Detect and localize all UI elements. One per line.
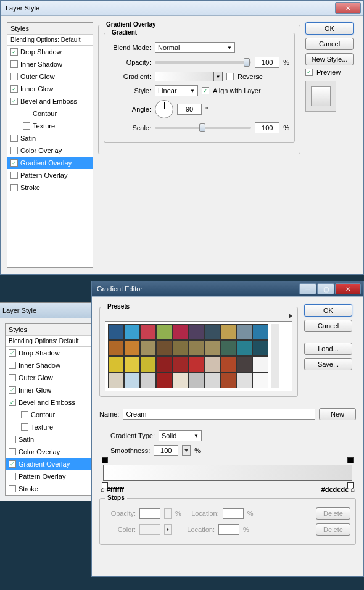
stop-color-location-input[interactable]: [218, 524, 239, 535]
style-checkbox[interactable]: [9, 485, 16, 492]
style-item[interactable]: Pattern Overlay: [6, 470, 96, 483]
stop-opacity-input[interactable]: [139, 508, 160, 519]
style-item[interactable]: ✓Bevel and Emboss: [7, 95, 93, 107]
preset-swatch[interactable]: [124, 356, 140, 372]
new-style-button[interactable]: New Style...: [305, 53, 354, 65]
preset-swatch[interactable]: [156, 372, 172, 388]
style-checkbox[interactable]: [10, 184, 18, 191]
opacity-stop[interactable]: [347, 457, 354, 463]
style-item[interactable]: Color Overlay: [6, 446, 96, 458]
preset-swatch[interactable]: [108, 356, 124, 372]
style-item[interactable]: Satin: [7, 132, 93, 144]
scale-input[interactable]: [255, 122, 279, 133]
presets-menu-icon[interactable]: [289, 314, 292, 318]
style-item[interactable]: Outer Glow: [7, 70, 93, 83]
preset-swatch[interactable]: [204, 372, 220, 388]
scale-slider[interactable]: [155, 127, 251, 129]
style-select[interactable]: Linear▼: [155, 85, 198, 96]
preset-swatch[interactable]: [156, 356, 172, 372]
stop-color-swatch[interactable]: [139, 524, 160, 535]
style-checkbox[interactable]: [10, 60, 18, 68]
style-item[interactable]: ✓Drop Shadow: [7, 46, 93, 58]
preset-swatch[interactable]: [188, 356, 204, 372]
style-item[interactable]: Inner Shadow: [7, 58, 93, 70]
gradient-type-select[interactable]: Solid▼: [159, 430, 202, 441]
preset-swatch[interactable]: [220, 324, 236, 340]
opacity-slider[interactable]: [155, 61, 251, 64]
angle-dial[interactable]: [155, 100, 173, 118]
blend-mode-select[interactable]: Normal▼: [155, 42, 235, 53]
delete-color-stop-button[interactable]: Delete: [316, 523, 350, 536]
cancel-button[interactable]: Cancel: [304, 320, 352, 332]
style-item[interactable]: ✓Gradient Overlay: [7, 157, 93, 169]
preset-swatch[interactable]: [172, 372, 188, 388]
style-checkbox[interactable]: ✓: [9, 386, 16, 394]
style-checkbox[interactable]: [23, 110, 30, 117]
preset-swatch[interactable]: [188, 324, 204, 340]
opacity-input[interactable]: [255, 57, 279, 68]
style-checkbox[interactable]: ✓: [10, 48, 18, 56]
style-checkbox[interactable]: [23, 122, 30, 130]
titlebar[interactable]: Gradient Editor ─ ▢ ✕: [92, 281, 363, 297]
style-checkbox[interactable]: ✓: [10, 98, 18, 105]
close-button[interactable]: ✕: [335, 2, 361, 14]
style-checkbox[interactable]: ✓: [9, 399, 16, 406]
preset-swatch[interactable]: [156, 324, 172, 340]
preset-swatch[interactable]: [140, 340, 156, 356]
style-item[interactable]: Texture: [7, 120, 93, 132]
style-item[interactable]: Inner Shadow: [6, 359, 96, 372]
style-checkbox[interactable]: [10, 172, 18, 179]
preset-swatch[interactable]: [220, 340, 236, 356]
style-checkbox[interactable]: [10, 147, 18, 154]
new-button[interactable]: New: [319, 408, 356, 420]
preset-swatch[interactable]: [204, 356, 220, 372]
style-checkbox[interactable]: ✓: [9, 460, 16, 468]
preset-swatch[interactable]: [124, 324, 140, 340]
color-stop[interactable]: [347, 482, 354, 488]
preset-swatch[interactable]: [124, 372, 140, 388]
preset-swatch[interactable]: [140, 356, 156, 372]
maximize-button[interactable]: ▢: [317, 283, 334, 294]
ok-button[interactable]: OK: [305, 22, 354, 35]
close-button[interactable]: ✕: [335, 283, 361, 294]
preset-swatch[interactable]: [172, 356, 188, 372]
style-item[interactable]: Pattern Overlay: [7, 169, 93, 181]
style-checkbox[interactable]: [9, 473, 16, 480]
styles-header[interactable]: Styles: [7, 23, 93, 35]
style-checkbox[interactable]: [9, 448, 16, 455]
opacity-stop[interactable]: [102, 457, 108, 463]
style-checkbox[interactable]: [10, 135, 18, 142]
preset-swatch[interactable]: [172, 340, 188, 356]
preset-swatch[interactable]: [172, 324, 188, 340]
save-button[interactable]: Save...: [304, 358, 352, 370]
style-checkbox[interactable]: [9, 436, 16, 443]
preset-swatch[interactable]: [252, 372, 268, 388]
style-checkbox[interactable]: ✓: [10, 159, 18, 167]
style-checkbox[interactable]: [21, 411, 28, 418]
smoothness-input[interactable]: [154, 445, 178, 456]
stop-location-input[interactable]: [223, 508, 244, 519]
preset-swatch[interactable]: [108, 372, 124, 388]
style-checkbox[interactable]: ✓: [10, 85, 18, 93]
preset-swatch[interactable]: [140, 372, 156, 388]
preset-swatch[interactable]: [204, 340, 220, 356]
preset-swatch[interactable]: [236, 324, 252, 340]
style-item[interactable]: ✓Drop Shadow: [6, 347, 96, 359]
preset-swatch[interactable]: [236, 340, 252, 356]
gradient-bar[interactable]: [103, 465, 352, 481]
preset-swatch[interactable]: [252, 324, 268, 340]
preset-swatch[interactable]: [188, 340, 204, 356]
scrollbar[interactable]: [271, 324, 279, 388]
style-item[interactable]: Outer Glow: [6, 372, 96, 384]
style-checkbox[interactable]: [21, 423, 28, 431]
style-checkbox[interactable]: [9, 362, 16, 369]
preset-swatch[interactable]: [108, 324, 124, 340]
style-checkbox[interactable]: [9, 374, 16, 381]
preset-swatch[interactable]: [236, 356, 252, 372]
preset-swatch[interactable]: [156, 340, 172, 356]
preview-checkbox[interactable]: ✓: [305, 69, 313, 76]
preset-swatch[interactable]: [108, 340, 124, 356]
preset-swatch[interactable]: [220, 372, 236, 388]
gradient-picker[interactable]: ▼: [155, 72, 223, 81]
minimize-button[interactable]: ─: [299, 283, 316, 294]
